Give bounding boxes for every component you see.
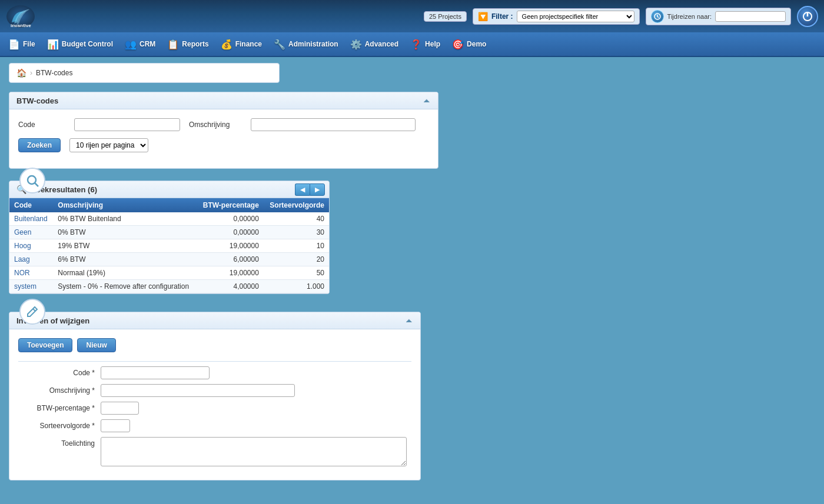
crm-icon: 👥 bbox=[125, 39, 137, 50]
breadcrumb-separator: › bbox=[30, 69, 32, 77]
edit-omschrijving-row: Omschrijving * bbox=[18, 384, 411, 397]
cell-code[interactable]: NOR bbox=[9, 266, 53, 280]
results-table-body: Buitenland 0% BTW Buitenland 0,00000 40 … bbox=[9, 212, 329, 293]
filter-icon: 🔽 bbox=[478, 12, 488, 21]
nav-label-advanced: Advanced bbox=[365, 40, 398, 48]
home-icon: 🏠 bbox=[16, 68, 26, 78]
table-row[interactable]: Geen 0% BTW 0,00000 30 bbox=[9, 226, 329, 239]
code-link[interactable]: Buitenland bbox=[14, 215, 48, 223]
code-label: Code bbox=[18, 121, 65, 129]
search-panel-collapse[interactable]: ⏶ bbox=[423, 96, 431, 105]
edit-panel: Invoeren of wijzigen ⏶ Toevoegen Nieuw C… bbox=[9, 312, 421, 480]
edit-code-label: Code * bbox=[18, 369, 101, 377]
finance-icon: 💰 bbox=[221, 39, 232, 50]
edit-omschrijving-label: Omschrijving * bbox=[18, 386, 101, 395]
edit-code-input[interactable] bbox=[101, 366, 210, 379]
code-link[interactable]: Laag bbox=[14, 255, 30, 263]
nav-label-help: Help bbox=[425, 40, 440, 48]
demo-icon: 🎯 bbox=[452, 39, 464, 50]
results-panel-header: 🔍 Zoekresultaten (6) ⏶ bbox=[9, 181, 329, 198]
tijdreizen-bar: Tijdreizen naar: bbox=[646, 8, 791, 25]
code-input[interactable] bbox=[74, 118, 180, 131]
cell-btw: 6,00000 bbox=[197, 253, 264, 266]
table-row[interactable]: Buitenland 0% BTW Buitenland 0,00000 40 bbox=[9, 212, 329, 226]
administration-icon: 🔧 bbox=[274, 39, 285, 50]
omschrijving-input[interactable] bbox=[251, 118, 416, 131]
nav-item-reports[interactable]: 📋 Reports bbox=[161, 32, 214, 56]
new-button[interactable]: Nieuw bbox=[77, 338, 115, 352]
col-header-btw: BTW-percentage bbox=[197, 198, 264, 212]
filter-label: Filter : bbox=[491, 12, 513, 21]
logo: invantive bbox=[6, 5, 35, 28]
nav-item-budget-control[interactable]: 📊 Budget Control bbox=[41, 32, 119, 56]
nav-item-file[interactable]: 📄 File bbox=[2, 32, 41, 56]
table-header-row: Code Omschrijving BTW-percentage Sorteer… bbox=[9, 198, 329, 212]
cell-code[interactable]: Buitenland bbox=[9, 212, 53, 226]
add-button[interactable]: Toevoegen bbox=[18, 338, 72, 352]
table-row[interactable]: Hoog 19% BTW 19,00000 10 bbox=[9, 239, 329, 253]
form-separator bbox=[18, 361, 411, 362]
edit-float-icon bbox=[19, 299, 45, 325]
code-link[interactable]: Geen bbox=[14, 228, 31, 236]
results-next-button[interactable]: ▶ bbox=[310, 183, 325, 196]
cell-btw: 0,00000 bbox=[197, 226, 264, 239]
code-link[interactable]: Hoog bbox=[14, 242, 31, 250]
cell-btw: 19,00000 bbox=[197, 266, 264, 280]
nav-label-finance: Finance bbox=[235, 40, 262, 48]
tijdreizen-input[interactable] bbox=[715, 11, 786, 22]
edit-panel-collapse[interactable]: ⏶ bbox=[405, 316, 413, 325]
code-link[interactable]: system bbox=[14, 282, 36, 291]
table-row[interactable]: NOR Normaal (19%) 19,00000 50 bbox=[9, 266, 329, 280]
nav-item-finance[interactable]: 💰 Finance bbox=[215, 32, 268, 56]
cell-code[interactable]: system bbox=[9, 280, 53, 293]
search-button[interactable]: Zoeken bbox=[18, 138, 61, 152]
search-panel-title: BTW-codes bbox=[16, 96, 58, 105]
edit-btw-input[interactable] bbox=[101, 402, 139, 415]
nav-item-advanced[interactable]: ⚙️ Advanced bbox=[344, 32, 404, 56]
breadcrumb-page: BTW-codes bbox=[36, 69, 72, 77]
cell-sorter: 30 bbox=[264, 226, 329, 239]
svg-text:invantive: invantive bbox=[11, 23, 31, 28]
edit-sorter-row: Sorteervolgorde * bbox=[18, 419, 411, 432]
cell-sorter: 1.000 bbox=[264, 280, 329, 293]
edit-button-row: Toevoegen Nieuw bbox=[18, 338, 411, 352]
cell-code[interactable]: Laag bbox=[9, 253, 53, 266]
rows-per-page-select[interactable]: 10 rijen per pagina25 rijen per pagina50… bbox=[69, 138, 148, 152]
edit-omschrijving-input[interactable] bbox=[101, 384, 295, 397]
projects-count: 25 Projects bbox=[424, 11, 467, 22]
nav-item-demo[interactable]: 🎯 Demo bbox=[446, 32, 492, 56]
nav-item-administration[interactable]: 🔧 Administration bbox=[268, 32, 344, 56]
tijdreizen-icon bbox=[651, 10, 664, 23]
edit-toelichting-input[interactable] bbox=[101, 437, 407, 466]
power-button[interactable] bbox=[797, 6, 818, 27]
results-float-icon bbox=[19, 168, 45, 193]
tijdreizen-label: Tijdreizen naar: bbox=[667, 13, 712, 20]
search-panel-body: Code Omschrijving Zoeken 10 rijen per pa… bbox=[9, 109, 438, 168]
cell-code[interactable]: Hoog bbox=[9, 239, 53, 253]
edit-sorter-input[interactable] bbox=[101, 419, 130, 432]
table-row[interactable]: Laag 6% BTW 6,00000 20 bbox=[9, 253, 329, 266]
results-prev-button[interactable]: ◀ bbox=[295, 183, 310, 196]
nav-label-administration: Administration bbox=[288, 40, 338, 48]
topbar: invantive 25 Projects 🔽 Filter : Geen pr… bbox=[0, 0, 824, 32]
reports-icon: 📋 bbox=[167, 39, 179, 50]
col-header-sorter: Sorteervolgorde bbox=[264, 198, 329, 212]
cell-code[interactable]: Geen bbox=[9, 226, 53, 239]
file-icon: 📄 bbox=[8, 39, 20, 50]
code-link[interactable]: NOR bbox=[14, 269, 30, 277]
filter-bar: 🔽 Filter : Geen projectspecifiek filter bbox=[473, 8, 640, 25]
cell-btw: 0,00000 bbox=[197, 212, 264, 226]
edit-panel-header: Invoeren of wijzigen ⏶ bbox=[9, 312, 420, 329]
search-panel-header: BTW-codes ⏶ bbox=[9, 92, 438, 109]
filter-select[interactable]: Geen projectspecifiek filter bbox=[517, 11, 634, 22]
cell-sorter: 50 bbox=[264, 266, 329, 280]
nav-label-crm: CRM bbox=[139, 40, 155, 48]
navbar: 📄 File 📊 Budget Control 👥 CRM 📋 Reports … bbox=[0, 32, 824, 57]
edit-btw-row: BTW-percentage * bbox=[18, 402, 411, 415]
nav-item-crm[interactable]: 👥 CRM bbox=[119, 32, 161, 56]
table-row[interactable]: system System - 0% - Remove after config… bbox=[9, 280, 329, 293]
cell-omschrijving: 0% BTW Buitenland bbox=[53, 212, 197, 226]
col-header-code: Code bbox=[9, 198, 53, 212]
nav-item-help[interactable]: ❓ Help bbox=[404, 32, 446, 56]
cell-btw: 4,00000 bbox=[197, 280, 264, 293]
